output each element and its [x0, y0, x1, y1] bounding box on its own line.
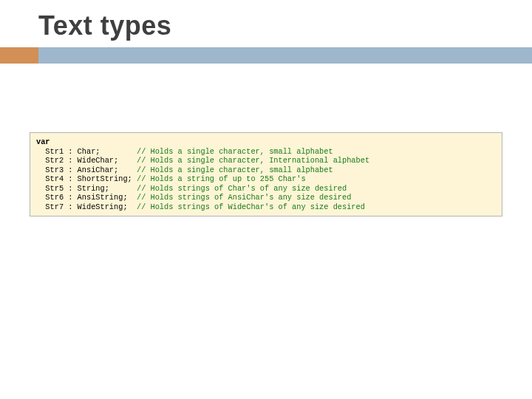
- divider-accent: [0, 47, 38, 64]
- code-comment: // Holds a single character, Internation…: [137, 156, 369, 165]
- divider-row: [0, 47, 532, 64]
- code-decl: Str3 : AnsiChar;: [36, 166, 137, 174]
- code-decl: Str5 : String;: [36, 184, 137, 193]
- code-line-3: Str3 : AnsiChar; // Holds a single chara…: [36, 166, 496, 175]
- slide: Text types var Str1 : Char; // Holds a s…: [0, 0, 532, 399]
- code-comment: // Holds a single character, small alpha…: [137, 166, 333, 174]
- code-decl: Str2 : WideChar;: [36, 156, 137, 165]
- title-row: Text types: [0, 0, 532, 41]
- code-line-6: Str6 : AnsiString; // Holds strings of A…: [36, 193, 496, 202]
- keyword-var: var: [36, 137, 50, 146]
- code-decl: Str1 : Char;: [36, 147, 137, 156]
- code-line-7: Str7 : WideString; // Holds strings of W…: [36, 202, 496, 212]
- slide-title: Text types: [38, 10, 171, 41]
- code-comment: // Holds strings of WideChar's of any si…: [137, 202, 365, 211]
- code-comment: // Holds a single character, small alpha…: [137, 147, 333, 156]
- code-line-1: Str1 : Char; // Holds a single character…: [36, 147, 496, 157]
- code-line-5: Str5 : String; // Holds strings of Char'…: [36, 184, 496, 194]
- code-comment: // Holds a string of up to 255 Char's: [137, 174, 306, 183]
- code-decl: Str7 : WideString;: [36, 202, 137, 211]
- code-comment: // Holds strings of Char's of any size d…: [137, 184, 347, 193]
- code-block: var Str1 : Char; // Holds a single chara…: [30, 132, 502, 216]
- code-decl: Str6 : AnsiString;: [36, 193, 137, 202]
- code-line-var: var: [36, 137, 496, 147]
- code-line-2: Str2 : WideChar; // Holds a single chara…: [36, 156, 496, 166]
- code-decl: Str4 : ShortString;: [36, 174, 137, 183]
- divider-bar: [38, 47, 532, 64]
- code-line-4: Str4 : ShortString; // Holds a string of…: [36, 174, 496, 184]
- code-comment: // Holds strings of AnsiChar's any size …: [137, 193, 351, 202]
